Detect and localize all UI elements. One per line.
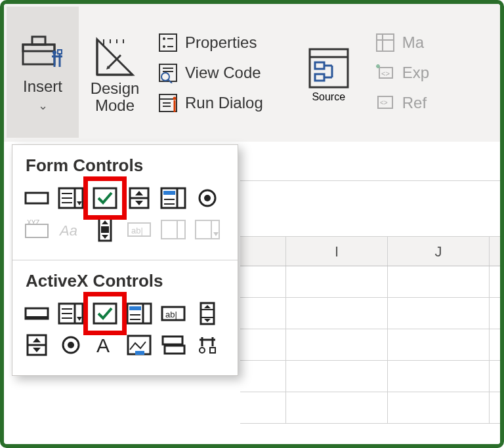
col-header-J[interactable]: J — [388, 237, 490, 266]
svg-rect-113 — [165, 346, 184, 354]
cell[interactable] — [490, 266, 504, 298]
svg-rect-49 — [26, 193, 48, 203]
form-groupbox-control[interactable]: XYZ — [22, 216, 52, 243]
design-mode-button[interactable]: Design Mode — [79, 4, 151, 142]
ax-spinbutton-control[interactable] — [22, 332, 52, 358]
design-triangle-icon — [92, 34, 138, 80]
cell[interactable] — [240, 298, 286, 329]
form-button-control[interactable] — [22, 185, 52, 211]
form-spinner-control[interactable] — [124, 185, 154, 211]
cell[interactable] — [490, 392, 504, 424]
chevron-down-icon: ⌄ — [38, 98, 48, 113]
xml-group: Ma <> Exp <> Ref — [368, 4, 429, 142]
expansion-icon: <> — [375, 62, 396, 83]
form-label-control[interactable]: Aa — [56, 216, 86, 243]
ax-commandbutton-control[interactable] — [22, 300, 52, 327]
cell[interactable] — [388, 266, 490, 298]
svg-marker-73 — [102, 220, 108, 224]
cell[interactable] — [388, 298, 490, 329]
svg-rect-40 — [377, 34, 394, 51]
svg-text:Aa: Aa — [58, 222, 77, 239]
run-dialog-icon — [158, 92, 178, 113]
svg-text:A: A — [96, 335, 110, 356]
cell[interactable] — [286, 266, 388, 298]
ax-combobox-control[interactable] — [56, 300, 86, 327]
form-combobox-control[interactable] — [56, 185, 86, 211]
form-checkbox-control[interactable] — [90, 185, 120, 211]
source-button[interactable]: Source — [289, 4, 368, 142]
cell[interactable] — [240, 329, 286, 361]
cell[interactable] — [490, 329, 504, 361]
col-header-I[interactable]: I — [286, 237, 388, 266]
form-scrollbar-control[interactable] — [90, 216, 120, 243]
svg-point-20 — [163, 45, 165, 48]
spreadsheet-area: I J — [240, 142, 500, 444]
map-properties-button[interactable]: Ma — [375, 32, 429, 53]
ax-label-control[interactable]: A — [90, 332, 120, 358]
activex-controls-section: ActiveX Controls ab| — [12, 260, 238, 375]
svg-point-32 — [173, 97, 177, 100]
code-group: Properties View Code — [151, 4, 270, 142]
form-controls-section: Form Controls — [12, 145, 238, 260]
properties-label: Properties — [185, 33, 257, 52]
column-headers: I J — [240, 236, 500, 266]
svg-rect-68 — [26, 224, 48, 237]
svg-rect-79 — [196, 220, 219, 239]
view-code-button[interactable]: View Code — [158, 62, 263, 83]
ax-image-control[interactable] — [124, 332, 154, 358]
cell[interactable] — [286, 361, 388, 392]
cell[interactable] — [388, 361, 490, 392]
cell[interactable] — [388, 392, 490, 424]
cell[interactable] — [286, 392, 388, 424]
svg-marker-55 — [77, 201, 82, 205]
design-label-2: Mode — [95, 97, 135, 114]
col-header-blank[interactable] — [240, 237, 286, 266]
ribbon: Insert ⌄ Design Mode — [4, 4, 500, 142]
svg-rect-63 — [163, 191, 175, 195]
properties-icon — [158, 32, 178, 53]
cell[interactable] — [286, 298, 388, 329]
svg-point-6 — [52, 51, 56, 54]
insert-dropdown-button[interactable]: Insert ⌄ — [7, 7, 79, 138]
col-header-next[interactable] — [490, 237, 504, 266]
cell[interactable] — [490, 361, 504, 392]
ax-optionbutton-control[interactable] — [56, 332, 86, 358]
expansion-label: Exp — [402, 64, 429, 82]
svg-rect-111 — [135, 351, 144, 355]
cell[interactable] — [240, 392, 286, 424]
svg-marker-105 — [33, 338, 41, 342]
cell[interactable] — [388, 329, 490, 361]
svg-marker-106 — [33, 348, 41, 352]
properties-button[interactable]: Properties — [158, 32, 263, 53]
svg-marker-81 — [213, 232, 219, 236]
ax-morecontrols-control[interactable] — [192, 332, 222, 358]
expansion-button[interactable]: <> Exp — [375, 62, 429, 83]
svg-point-18 — [163, 37, 165, 40]
spacer — [240, 181, 500, 236]
source-icon — [306, 45, 352, 91]
cell[interactable] — [490, 298, 504, 329]
ax-textbox-control[interactable]: ab| — [158, 300, 188, 327]
cell[interactable] — [240, 266, 286, 298]
ax-checkbox-control[interactable] — [90, 300, 120, 327]
insert-controls-dropdown: Form Controls — [12, 144, 238, 376]
svg-marker-60 — [135, 201, 143, 205]
cell[interactable] — [240, 361, 286, 392]
cell[interactable] — [286, 329, 388, 361]
refresh-button[interactable]: <> Ref — [375, 92, 429, 113]
ax-togglebutton-control[interactable] — [158, 332, 188, 358]
run-dialog-button[interactable]: Run Dialog — [158, 92, 263, 113]
grid-row — [240, 266, 500, 298]
svg-rect-17 — [159, 34, 177, 51]
svg-marker-102 — [204, 319, 211, 322]
svg-rect-36 — [315, 74, 324, 81]
form-listbox-control[interactable] — [158, 185, 188, 211]
svg-rect-72 — [101, 226, 109, 233]
svg-rect-77 — [161, 220, 185, 239]
formula-bar-region[interactable] — [240, 142, 500, 181]
form-combo-dropdown-control — [192, 216, 222, 243]
form-optionbutton-control[interactable] — [192, 185, 222, 211]
ax-listbox-control[interactable] — [124, 300, 154, 327]
svg-rect-90 — [94, 304, 116, 323]
ax-scrollbar-control[interactable] — [192, 300, 222, 327]
